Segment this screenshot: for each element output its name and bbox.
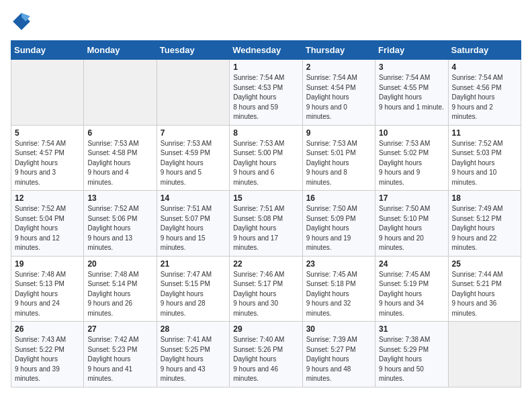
cell-info: Sunrise: 7:43 AMSunset: 5:22 PMDaylight … <box>15 336 66 382</box>
calendar-cell: 3 Sunrise: 7:54 AMSunset: 4:55 PMDayligh… <box>375 60 448 126</box>
day-number: 13 <box>87 193 152 203</box>
day-number: 26 <box>15 324 80 334</box>
calendar-cell: 25 Sunrise: 7:44 AMSunset: 5:21 PMDaylig… <box>448 256 521 322</box>
calendar-cell: 23 Sunrise: 7:45 AMSunset: 5:18 PMDaylig… <box>302 256 375 322</box>
calendar-cell: 6 Sunrise: 7:53 AMSunset: 4:58 PMDayligh… <box>84 125 157 191</box>
calendar-cell: 4 Sunrise: 7:54 AMSunset: 4:56 PMDayligh… <box>448 60 521 126</box>
day-number: 2 <box>306 62 371 72</box>
calendar-cell: 31 Sunrise: 7:38 AMSunset: 5:29 PMDaylig… <box>375 322 448 387</box>
day-number: 22 <box>233 259 298 269</box>
weekday-header: Monday <box>84 41 157 60</box>
calendar-table: SundayMondayTuesdayWednesdayThursdayFrid… <box>11 40 521 387</box>
calendar-cell: 2 Sunrise: 7:54 AMSunset: 4:54 PMDayligh… <box>302 60 375 126</box>
day-number: 1 <box>233 62 298 72</box>
calendar-cell: 9 Sunrise: 7:53 AMSunset: 5:01 PMDayligh… <box>302 125 375 191</box>
cell-info: Sunrise: 7:41 AMSunset: 5:25 PMDaylight … <box>161 336 212 382</box>
weekday-header: Wednesday <box>230 41 302 60</box>
cell-info: Sunrise: 7:46 AMSunset: 5:17 PMDaylight … <box>233 271 284 317</box>
cell-info: Sunrise: 7:51 AMSunset: 5:08 PMDaylight … <box>233 205 284 251</box>
calendar-cell: 13 Sunrise: 7:52 AMSunset: 5:06 PMDaylig… <box>84 191 157 257</box>
calendar-cell: 12 Sunrise: 7:52 AMSunset: 5:04 PMDaylig… <box>11 191 84 257</box>
calendar-cell: 28 Sunrise: 7:41 AMSunset: 5:25 PMDaylig… <box>157 322 229 387</box>
calendar-week-row: 1 Sunrise: 7:54 AMSunset: 4:53 PMDayligh… <box>11 60 521 126</box>
day-number: 18 <box>452 193 517 203</box>
cell-info: Sunrise: 7:45 AMSunset: 5:19 PMDaylight … <box>379 271 430 317</box>
calendar-cell: 26 Sunrise: 7:43 AMSunset: 5:22 PMDaylig… <box>11 322 84 387</box>
cell-info: Sunrise: 7:52 AMSunset: 5:04 PMDaylight … <box>15 205 66 251</box>
cell-info: Sunrise: 7:53 AMSunset: 5:01 PMDaylight … <box>306 140 357 186</box>
day-number: 7 <box>161 128 226 138</box>
cell-info: Sunrise: 7:44 AMSunset: 5:21 PMDaylight … <box>452 271 503 317</box>
calendar-week-row: 12 Sunrise: 7:52 AMSunset: 5:04 PMDaylig… <box>11 191 521 257</box>
day-number: 27 <box>87 324 152 334</box>
cell-info: Sunrise: 7:50 AMSunset: 5:10 PMDaylight … <box>379 205 430 251</box>
day-number: 10 <box>379 128 444 138</box>
cell-info: Sunrise: 7:49 AMSunset: 5:12 PMDaylight … <box>452 205 503 251</box>
logo <box>11 11 36 32</box>
page-header <box>11 11 521 32</box>
calendar-week-row: 19 Sunrise: 7:48 AMSunset: 5:13 PMDaylig… <box>11 256 521 322</box>
day-number: 30 <box>306 324 371 334</box>
day-number: 29 <box>233 324 298 334</box>
calendar-cell <box>11 60 84 126</box>
calendar-cell: 30 Sunrise: 7:39 AMSunset: 5:27 PMDaylig… <box>302 322 375 387</box>
cell-info: Sunrise: 7:54 AMSunset: 4:57 PMDaylight … <box>15 140 66 186</box>
calendar-cell: 18 Sunrise: 7:49 AMSunset: 5:12 PMDaylig… <box>448 191 521 257</box>
cell-info: Sunrise: 7:50 AMSunset: 5:09 PMDaylight … <box>306 205 357 251</box>
cell-info: Sunrise: 7:47 AMSunset: 5:15 PMDaylight … <box>161 271 212 317</box>
calendar-cell: 21 Sunrise: 7:47 AMSunset: 5:15 PMDaylig… <box>157 256 229 322</box>
cell-info: Sunrise: 7:53 AMSunset: 4:58 PMDaylight … <box>87 140 138 186</box>
day-number: 16 <box>306 193 371 203</box>
weekday-header: Tuesday <box>157 41 229 60</box>
day-number: 5 <box>15 128 80 138</box>
day-number: 3 <box>379 62 444 72</box>
day-number: 12 <box>15 193 80 203</box>
calendar-cell: 7 Sunrise: 7:53 AMSunset: 4:59 PMDayligh… <box>157 125 229 191</box>
calendar-cell: 29 Sunrise: 7:40 AMSunset: 5:26 PMDaylig… <box>230 322 302 387</box>
calendar-cell: 27 Sunrise: 7:42 AMSunset: 5:23 PMDaylig… <box>84 322 157 387</box>
weekday-header: Sunday <box>11 41 84 60</box>
logo-icon <box>11 11 32 32</box>
cell-info: Sunrise: 7:42 AMSunset: 5:23 PMDaylight … <box>87 336 138 382</box>
day-number: 17 <box>379 193 444 203</box>
calendar-cell: 14 Sunrise: 7:51 AMSunset: 5:07 PMDaylig… <box>157 191 229 257</box>
day-number: 15 <box>233 193 298 203</box>
calendar-cell: 5 Sunrise: 7:54 AMSunset: 4:57 PMDayligh… <box>11 125 84 191</box>
calendar-cell: 24 Sunrise: 7:45 AMSunset: 5:19 PMDaylig… <box>375 256 448 322</box>
day-number: 20 <box>87 259 152 269</box>
cell-info: Sunrise: 7:53 AMSunset: 5:02 PMDaylight … <box>379 140 430 186</box>
cell-info: Sunrise: 7:48 AMSunset: 5:13 PMDaylight … <box>15 271 66 317</box>
cell-info: Sunrise: 7:39 AMSunset: 5:27 PMDaylight … <box>306 336 357 382</box>
day-number: 19 <box>15 259 80 269</box>
calendar-cell: 8 Sunrise: 7:53 AMSunset: 5:00 PMDayligh… <box>230 125 302 191</box>
day-number: 31 <box>379 324 444 334</box>
calendar-cell: 1 Sunrise: 7:54 AMSunset: 4:53 PMDayligh… <box>230 60 302 126</box>
calendar-cell: 19 Sunrise: 7:48 AMSunset: 5:13 PMDaylig… <box>11 256 84 322</box>
calendar-cell: 16 Sunrise: 7:50 AMSunset: 5:09 PMDaylig… <box>302 191 375 257</box>
cell-info: Sunrise: 7:53 AMSunset: 5:00 PMDaylight … <box>233 140 284 186</box>
cell-info: Sunrise: 7:45 AMSunset: 5:18 PMDaylight … <box>306 271 357 317</box>
cell-info: Sunrise: 7:40 AMSunset: 5:26 PMDaylight … <box>233 336 284 382</box>
calendar-cell <box>448 322 521 387</box>
cell-info: Sunrise: 7:38 AMSunset: 5:29 PMDaylight … <box>379 336 430 382</box>
calendar-cell: 10 Sunrise: 7:53 AMSunset: 5:02 PMDaylig… <box>375 125 448 191</box>
cell-info: Sunrise: 7:54 AMSunset: 4:55 PMDaylight … <box>379 74 444 111</box>
calendar-cell <box>157 60 229 126</box>
calendar-cell: 15 Sunrise: 7:51 AMSunset: 5:08 PMDaylig… <box>230 191 302 257</box>
day-number: 24 <box>379 259 444 269</box>
cell-info: Sunrise: 7:48 AMSunset: 5:14 PMDaylight … <box>87 271 138 317</box>
cell-info: Sunrise: 7:54 AMSunset: 4:54 PMDaylight … <box>306 74 357 120</box>
calendar-cell <box>84 60 157 126</box>
weekday-header: Saturday <box>448 41 521 60</box>
day-number: 8 <box>233 128 298 138</box>
calendar-cell: 20 Sunrise: 7:48 AMSunset: 5:14 PMDaylig… <box>84 256 157 322</box>
weekday-header-row: SundayMondayTuesdayWednesdayThursdayFrid… <box>11 41 521 60</box>
day-number: 4 <box>452 62 517 72</box>
day-number: 6 <box>87 128 152 138</box>
calendar-cell: 11 Sunrise: 7:52 AMSunset: 5:03 PMDaylig… <box>448 125 521 191</box>
day-number: 28 <box>161 324 226 334</box>
day-number: 25 <box>452 259 517 269</box>
cell-info: Sunrise: 7:51 AMSunset: 5:07 PMDaylight … <box>161 205 212 251</box>
day-number: 23 <box>306 259 371 269</box>
day-number: 9 <box>306 128 371 138</box>
